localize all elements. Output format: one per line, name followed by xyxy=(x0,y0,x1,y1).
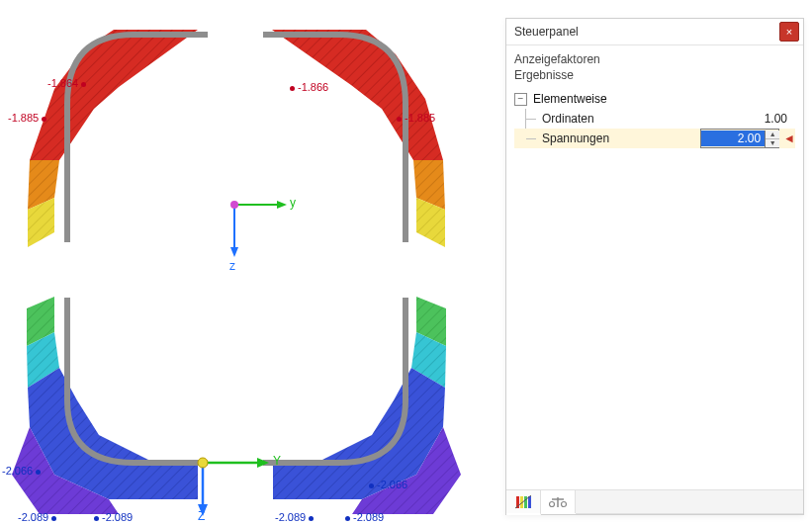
spannungen-input[interactable] xyxy=(701,131,765,146)
section-anzeigefaktoren[interactable]: Anzeigefaktoren xyxy=(514,51,795,67)
field-spannungen[interactable]: Spannungen ▲ ▼ ◄ xyxy=(514,129,795,148)
svg-marker-33 xyxy=(277,201,287,209)
field-value-ordinaten: 1.00 xyxy=(702,112,795,126)
tab-strip-remainder xyxy=(576,490,803,514)
svg-marker-15 xyxy=(28,160,59,210)
tree-toggle-icon[interactable]: − xyxy=(514,93,527,106)
svg-rect-30 xyxy=(400,242,411,298)
spin-up-button[interactable]: ▲ xyxy=(766,131,779,139)
svg-rect-29 xyxy=(61,242,73,298)
active-row-indicator-icon: ◄ xyxy=(783,131,795,145)
svg-rect-45 xyxy=(528,496,531,508)
tab-colorscale[interactable] xyxy=(506,490,541,515)
svg-point-41 xyxy=(198,458,208,468)
colorscale-icon xyxy=(515,495,531,509)
tree-node-elementweise[interactable]: − Elementweise xyxy=(514,89,795,109)
stress-label-top-right: -1.866 xyxy=(287,81,328,93)
axis-label-z-big: Z xyxy=(198,509,205,523)
panel-title: Steuerpanel xyxy=(514,21,779,43)
tab-balance[interactable] xyxy=(541,490,576,513)
field-label-ordinaten: Ordinaten xyxy=(540,112,702,126)
svg-marker-35 xyxy=(230,247,238,257)
svg-point-50 xyxy=(562,501,567,506)
balance-icon xyxy=(549,495,567,509)
section-ergebnisse[interactable]: Ergebnisse xyxy=(514,67,795,83)
stress-label-br3: -2.089 xyxy=(342,511,384,523)
axis-label-z-small: z xyxy=(229,259,235,273)
axis-label-y-big: Y xyxy=(273,454,281,468)
stress-label-bl2: -2.089 xyxy=(18,511,59,523)
steuerpanel: Steuerpanel × Anzeigefaktoren Ergebnisse… xyxy=(505,18,804,515)
stress-label-br2: -2.089 xyxy=(275,511,316,523)
svg-point-49 xyxy=(550,501,555,506)
close-icon: × xyxy=(786,21,792,43)
svg-marker-14 xyxy=(30,30,198,160)
field-label-spannungen: Spannungen xyxy=(540,131,700,145)
stress-label-bl3: -2.089 xyxy=(91,511,133,523)
svg-point-36 xyxy=(230,201,238,209)
stress-label-br1: -2.066 xyxy=(366,479,407,490)
svg-rect-28 xyxy=(208,29,263,41)
svg-rect-44 xyxy=(524,496,527,508)
spannungen-stepper[interactable]: ▲ ▼ xyxy=(700,129,779,148)
svg-marker-17 xyxy=(272,30,443,160)
panel-titlebar: Steuerpanel × xyxy=(506,19,803,45)
stress-label-mid-right: -1.885 xyxy=(394,112,435,124)
stress-label-bl1: -2.066 xyxy=(2,465,44,477)
tree-node-label: Elementweise xyxy=(533,92,607,106)
fe-result-view[interactable]: y z Y Z -1.864 -1.866 -1.885 -1.885 -2.0… xyxy=(0,0,495,525)
panel-tab-strip xyxy=(506,489,803,514)
stress-label-top-left: -1.864 xyxy=(47,77,89,89)
spin-down-button[interactable]: ▼ xyxy=(766,139,779,147)
stress-label-mid-left: -1.885 xyxy=(8,112,49,124)
panel-close-button[interactable]: × xyxy=(779,22,799,42)
axis-label-y-small: y xyxy=(290,196,296,210)
field-ordinaten[interactable]: Ordinaten 1.00 xyxy=(514,109,795,129)
